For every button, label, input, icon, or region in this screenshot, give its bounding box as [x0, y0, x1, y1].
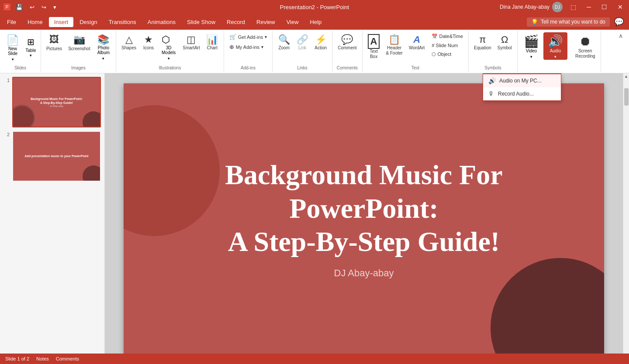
- user-section[interactable]: Dina Jane Abay-abay DJ: [500, 2, 563, 12]
- notes-btn[interactable]: Notes: [36, 356, 49, 361]
- status-bar: Slide 1 of 2 Notes Comments: [0, 354, 629, 364]
- record-audio-icon: 🎙: [488, 90, 494, 97]
- menu-animations[interactable]: Animations: [142, 17, 181, 27]
- audio-on-pc-icon: 🔊: [488, 77, 496, 84]
- search-placeholder: Tell me what you want to do: [541, 19, 605, 25]
- action-button[interactable]: ⚡ Action: [312, 32, 329, 52]
- scroll-track[interactable]: [623, 79, 629, 358]
- addins-group-label: Add-ins: [241, 65, 256, 70]
- undo-qat-btn[interactable]: ↩: [28, 3, 36, 11]
- comments-icon[interactable]: 💬: [611, 16, 627, 27]
- smartart-button[interactable]: ◫ SmartArt: [180, 32, 202, 52]
- slide-author: DJ Abay-abay: [334, 268, 394, 279]
- video-button[interactable]: 🎬 Video ▾: [520, 32, 543, 60]
- text-box-button[interactable]: A TextBox: [365, 32, 383, 61]
- menu-help[interactable]: Help: [305, 17, 327, 27]
- comments-btn[interactable]: Comments: [56, 356, 79, 361]
- object-button[interactable]: ⬡ Object: [429, 50, 466, 58]
- record-audio-option[interactable]: 🎙 Record Audio...: [483, 87, 561, 100]
- user-avatar: DJ: [552, 2, 563, 12]
- get-addins-button[interactable]: 🛒 Get Add-ins ▾: [227, 32, 270, 41]
- canvas-area: Background Music For PowerPoint: A Step-…: [105, 73, 623, 364]
- table-button[interactable]: ⊞ Table ▾: [24, 35, 38, 58]
- audio-on-pc-option[interactable]: 🔊 Audio on My PC...: [483, 74, 561, 87]
- slide-thumb-1-author: DJ Abay-abay: [50, 105, 63, 107]
- new-slide-button[interactable]: 📄 NewSlide ▾: [3, 32, 23, 62]
- link-button[interactable]: 🔗 Link: [294, 32, 311, 52]
- ribbon-group-addins: 🛒 Get Add-ins ▾ ⊕ My Add-ins ▾ Add-ins: [224, 31, 273, 72]
- main-area: 1 Background Music For PowerPoint:A Step…: [0, 73, 629, 364]
- powerpoint-icon: P: [3, 3, 10, 10]
- restore-down-btn[interactable]: ⬚: [568, 3, 579, 11]
- date-time-button[interactable]: 📅 Date&Time: [429, 32, 466, 41]
- close-btn[interactable]: ✕: [615, 3, 626, 11]
- menu-bar: File Home Insert Design Transitions Anim…: [0, 14, 629, 30]
- title-bar-left: P 💾 ↩ ↪ ▾: [3, 3, 58, 11]
- audio-button[interactable]: 🔊 Audio ▾: [543, 32, 567, 60]
- my-addins-button[interactable]: ⊕ My Add-ins ▾: [227, 42, 270, 52]
- menu-view[interactable]: View: [281, 17, 304, 27]
- ribbon-group-illustrations: △ Shapes ★ Icons ⬡ 3DModels ▾ ◫ SmartArt…: [116, 31, 224, 72]
- slide-number-1: 1: [3, 78, 10, 83]
- menu-file[interactable]: File: [2, 17, 21, 27]
- slide-number-2: 2: [3, 132, 10, 137]
- ribbon-group-text: A TextBox 📋 Header& Footer A WordArt 📅 D…: [363, 31, 469, 72]
- menu-insert[interactable]: Insert: [49, 17, 74, 27]
- scroll-up-arrow[interactable]: ▲: [623, 73, 629, 79]
- menu-home[interactable]: Home: [22, 17, 48, 27]
- chart-button[interactable]: 📊 Chart: [204, 32, 221, 52]
- minimize-btn[interactable]: ─: [584, 3, 594, 11]
- ribbon-group-images: 🖼 Pictures 📷 Screenshot 📚 PhotoAlbum ▾ I…: [41, 31, 116, 72]
- title-bar-right: Dina Jane Abay-abay DJ ⬚ ─ ☐ ✕: [500, 2, 626, 12]
- 3d-models-button[interactable]: ⬡ 3DModels ▾: [158, 32, 179, 62]
- redo-qat-btn[interactable]: ↪: [40, 3, 48, 11]
- photo-album-button[interactable]: 📚 PhotoAlbum ▾: [94, 32, 113, 62]
- customize-qat-btn[interactable]: ▾: [52, 3, 58, 11]
- ribbon: 📄 NewSlide ▾ ⊞ Table ▾ Slides 🖼 Pictures: [0, 30, 629, 73]
- menu-design[interactable]: Design: [74, 17, 102, 27]
- images-group-label: Images: [71, 65, 86, 70]
- menu-transitions[interactable]: Transitions: [104, 17, 142, 27]
- record-audio-label: Record Audio...: [498, 91, 534, 97]
- app-title: Presentation2 - PowerPoint: [280, 4, 349, 10]
- header-footer-button[interactable]: 📋 Header& Footer: [384, 32, 405, 58]
- equation-button[interactable]: π Equation: [471, 32, 494, 52]
- ribbon-group-comments: 💬 Comment Comments: [332, 31, 362, 72]
- slide-item-2[interactable]: 2 Add presentation music to your PowerPo…: [3, 131, 101, 182]
- menu-slideshow[interactable]: Slide Show: [182, 17, 221, 27]
- symbol-button[interactable]: Ω Symbol: [495, 32, 515, 52]
- icons-button[interactable]: ★ Icons: [140, 32, 157, 52]
- slides-group-label: Slides: [14, 65, 26, 70]
- ribbon-group-links: 🔍 Zoom 🔗 Link ⚡ Action Links: [273, 31, 332, 72]
- comments-group-label: Comments: [337, 65, 358, 70]
- slide-number-button[interactable]: # Slide Num: [429, 41, 466, 49]
- ribbon-group-slides: 📄 NewSlide ▾ ⊞ Table ▾ Slides: [0, 31, 41, 72]
- slide-canvas[interactable]: Background Music For PowerPoint: A Step-…: [124, 83, 604, 354]
- menu-record[interactable]: Record: [221, 17, 250, 27]
- menu-review[interactable]: Review: [251, 17, 280, 27]
- scroll-thumb[interactable]: [624, 88, 629, 106]
- maximize-btn[interactable]: ☐: [599, 3, 610, 11]
- screen-recording-button[interactable]: ⏺ ScreenRecording: [573, 32, 598, 61]
- slide-thumb-2-title: Add presentation music to your PowerPoin…: [25, 154, 89, 158]
- slide-item-1[interactable]: 1 Background Music For PowerPoint:A Step…: [3, 77, 101, 127]
- search-bar[interactable]: 💡 Tell me what you want to do: [527, 17, 610, 27]
- ribbon-group-screen-recording: ⏺ ScreenRecording: [570, 31, 601, 72]
- slide-thumb-1[interactable]: Background Music For PowerPoint:A Step-B…: [12, 77, 101, 127]
- screenshot-button[interactable]: 📷 Screenshot: [66, 32, 93, 53]
- zoom-button[interactable]: 🔍 Zoom: [275, 32, 293, 52]
- audio-on-pc-label: Audio on My PC...: [499, 78, 542, 84]
- slide-main-title: Background Music For PowerPoint: A Step-…: [225, 158, 502, 259]
- lightbulb-icon: 💡: [531, 19, 538, 25]
- shapes-button[interactable]: △ Shapes: [119, 32, 139, 52]
- pictures-button[interactable]: 🖼 Pictures: [44, 32, 65, 53]
- wordart-button[interactable]: A WordArt: [406, 32, 428, 52]
- text-group-label: Text: [411, 65, 419, 70]
- ribbon-group-media: 🎬 Video ▾ 🔊 Audio ▾: [518, 31, 570, 72]
- save-qat-btn[interactable]: 💾: [14, 3, 24, 11]
- slide-thumb-2[interactable]: Add presentation music to your PowerPoin…: [12, 131, 101, 182]
- comment-button[interactable]: 💬 Comment: [335, 32, 359, 52]
- right-scrollbar[interactable]: ▲ ▼: [623, 73, 629, 364]
- ribbon-collapse-button[interactable]: ∧: [616, 31, 626, 40]
- slide-count: Slide 1 of 2: [5, 356, 29, 361]
